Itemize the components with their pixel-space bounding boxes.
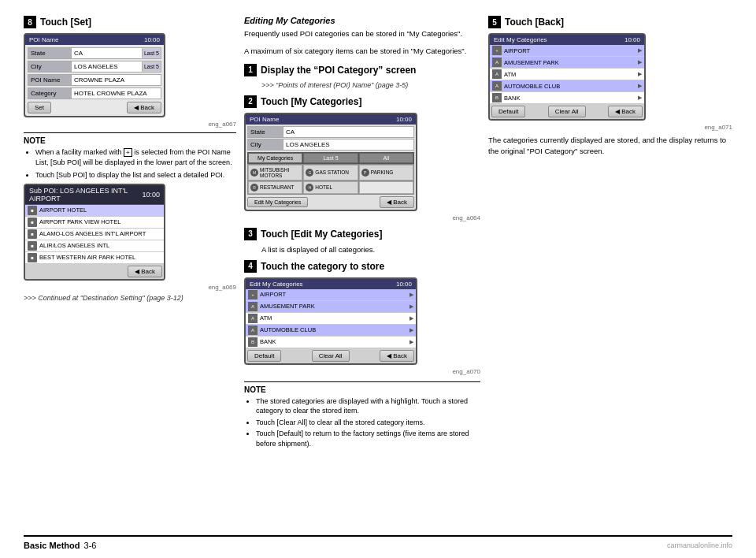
- mycat-screen: POI Name 10:00 State CA City LOS ANGELES: [244, 113, 417, 211]
- back-button-1[interactable]: ◀ Back: [127, 102, 161, 113]
- bank-right: ▶: [410, 339, 413, 345]
- mycat-cell-4[interactable]: R RESTAURANT: [248, 181, 302, 194]
- mycat-tab-2[interactable]: Last 5: [303, 153, 358, 163]
- subpoi-item-4[interactable]: ■ ALIR/LOS ANGELES INTL: [25, 240, 164, 252]
- mycat-tab-3[interactable]: All: [359, 153, 413, 163]
- device-btn-row-1: Set ◀ Back: [28, 102, 161, 113]
- mycat-cell-icon-1: M: [250, 169, 258, 177]
- edit-item-atm[interactable]: A ATM ▶: [246, 313, 416, 325]
- step1-header: 1 Display the “POI Category” screen: [244, 64, 480, 76]
- state-sub: Last 5: [142, 49, 161, 58]
- screen-label-edit: eng_a070: [244, 368, 480, 375]
- mycat-cell-icon-5: H: [306, 184, 313, 192]
- note-text-1: When a facility marked with + is selecte…: [24, 147, 236, 180]
- right-device-time: 10:00: [624, 36, 640, 43]
- mycat-cell-icon-2: G: [306, 169, 313, 177]
- mycat-cell-2[interactable]: G GAS STATION: [303, 165, 358, 180]
- mycat-state-label: State: [248, 127, 284, 137]
- device-header-1: POI Name 10:00: [25, 35, 164, 45]
- step4-section: 4 Touch the category to store Edit My Ca…: [244, 260, 480, 375]
- edit-item-airport[interactable]: + AIRPORT ▶: [246, 289, 416, 301]
- mycat-state-value: CA: [284, 127, 413, 137]
- city-sub: Last 5: [142, 62, 161, 71]
- amusement-icon: A: [248, 302, 258, 311]
- subpoi-item-5[interactable]: ■ BEST WESTERN AIR PARK HOTEL: [25, 252, 164, 264]
- step1-badge: 1: [244, 64, 257, 76]
- note-title-2: NOTE: [244, 385, 480, 394]
- right-item-amusement[interactable]: A AMUSEMENT PARK ▶: [490, 57, 644, 69]
- mycat-grid: M MITSUBISHI MOTORS G GAS STATION P PARK…: [247, 164, 414, 195]
- mycat-header-title: POI Name: [250, 116, 279, 123]
- mycat-row-state: State CA: [247, 126, 414, 138]
- subpoi-icon-5: ■: [28, 253, 37, 262]
- default-button[interactable]: Default: [247, 350, 281, 362]
- right-item-atm[interactable]: A ATM ▶: [490, 69, 644, 80]
- step5-section: 5 Touch [Back] Edit My Categories 10:00 …: [488, 16, 732, 158]
- subpoi-item-1[interactable]: ■ AIRPORT HOTEL: [25, 205, 164, 217]
- device-body-1: State CA Last 5 City LOS ANGELES Last 5 …: [25, 45, 164, 116]
- screen-label-2: eng_a069: [24, 284, 236, 291]
- note-box-2: NOTE The stored categories are displayed…: [244, 381, 480, 449]
- city-label: City: [28, 61, 72, 72]
- mycat-cell-6: [359, 181, 413, 194]
- mycat-cell-icon-4: R: [250, 184, 258, 192]
- mycat-row-city: City LOS ANGELES: [247, 139, 414, 151]
- bank-icon: B: [248, 337, 258, 347]
- mycat-cell-label-2: GAS STATION: [315, 169, 349, 175]
- note2-item-3: Touch [Default] to return to the factory…: [256, 429, 480, 448]
- automobile-icon: A: [248, 326, 258, 335]
- right-amusement-label: AMUSEMENT PARK: [504, 59, 559, 66]
- editing-desc2: A maximum of six category items can be s…: [244, 46, 480, 57]
- footer-watermark: carmanualonline.info: [667, 541, 732, 549]
- step5-title: Touch [Back]: [505, 17, 564, 28]
- subpoi-item-2[interactable]: ■ AIRPORT PARK VIEW HOTEL: [25, 217, 164, 229]
- page-footer: Basic Method 3-6 carmanualonline.info: [24, 535, 732, 550]
- edit-item-automobile[interactable]: A AUTOMOBILE CLUB ▶: [246, 325, 416, 337]
- note-item-2: Touch [Sub POI] to display the list and …: [35, 170, 236, 180]
- right-device-title: Edit My Categories: [494, 36, 547, 43]
- mycat-back-button[interactable]: ◀ Back: [380, 196, 414, 208]
- right-edit-list: + AIRPORT ▶ A AMUSEMENT PARK ▶ A ATM: [490, 45, 644, 119]
- right-item-automobile[interactable]: A AUTOMOBILE CLUB ▶: [490, 80, 644, 92]
- edit-mycat-button[interactable]: Edit My Categories: [247, 197, 308, 207]
- step2-header: 2 Touch [My Categories]: [244, 95, 480, 108]
- mycat-cell-3[interactable]: P PARKING: [359, 165, 413, 180]
- edit-header-title: Edit My Categories: [250, 281, 303, 288]
- mycat-tabs: My Categories Last 5 All: [247, 152, 414, 164]
- mycat-cell-5[interactable]: H HOTEL: [303, 181, 358, 194]
- right-amusement-icon: A: [492, 58, 502, 67]
- right-clear-all-button[interactable]: Clear All: [548, 106, 586, 117]
- device-row-city: City LOS ANGELES Last 5: [28, 61, 161, 73]
- step2-title: Touch [My Categories]: [261, 96, 361, 107]
- mycat-cell-1[interactable]: M MITSUBISHI MOTORS: [248, 165, 302, 180]
- right-automobile-right: ▶: [638, 83, 642, 89]
- step1-section: 1 Display the “POI Category” screen >>> …: [244, 64, 480, 89]
- edit-item-amusement[interactable]: A AMUSEMENT PARK ▶: [246, 301, 416, 313]
- mycat-header-time: 10:00: [396, 116, 412, 123]
- right-desc: The categories currently displayed are s…: [488, 135, 732, 158]
- note2-item-1: The stored categories are displayed with…: [256, 396, 480, 416]
- right-item-airport[interactable]: + AIRPORT ▶: [490, 45, 644, 57]
- mycat-tab-1[interactable]: My Categories: [248, 153, 302, 163]
- step8-title: Touch [Set]: [40, 17, 91, 28]
- editing-title: Editing My Categories: [244, 16, 480, 25]
- note-text-2: The stored categories are displayed with…: [244, 396, 480, 449]
- right-bank-icon: B: [492, 93, 502, 102]
- edit-item-bank[interactable]: B BANK ▶: [246, 337, 416, 348]
- clear-all-button[interactable]: Clear All: [312, 350, 350, 362]
- mycat-cell-icon-3: P: [361, 169, 369, 177]
- set-button[interactable]: Set: [28, 102, 51, 113]
- subpoi-back-button[interactable]: ◀ Back: [128, 266, 162, 277]
- edit-back-button[interactable]: ◀ Back: [380, 350, 414, 362]
- right-item-bank[interactable]: B BANK ▶: [490, 92, 644, 104]
- cat-label: Category: [28, 88, 72, 99]
- subpoi-item-3[interactable]: ■ ALAMO-LOS ANGELES INT'L AIRPORT: [25, 229, 164, 240]
- right-back-button[interactable]: ◀ Back: [608, 106, 643, 117]
- subpoi-back-row: ◀ Back: [25, 264, 164, 279]
- amusement-right: ▶: [410, 303, 413, 310]
- screen-label-1: eng_a067: [24, 121, 236, 128]
- right-default-button[interactable]: Default: [491, 106, 525, 117]
- right-device-header: Edit My Categories 10:00: [490, 35, 644, 45]
- step8-badge: 8: [24, 16, 36, 28]
- main-content: 8 Touch [Set] POI Name 10:00 State CA La…: [24, 16, 732, 529]
